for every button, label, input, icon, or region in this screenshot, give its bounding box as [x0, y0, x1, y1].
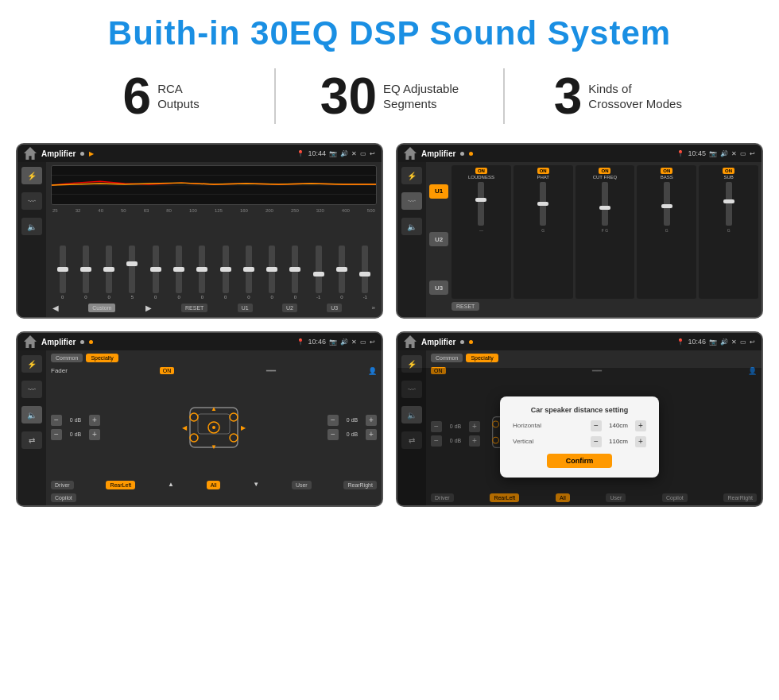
eq-sliders: 0 0 0 5 0 — [51, 216, 377, 300]
screen-fader-dialog: Amplifier 📍 10:46 📷 🔊 ✕ ▭ ↩ ⚡ 〰 — [396, 331, 763, 507]
u2-cross-btn[interactable]: U2 — [429, 232, 448, 246]
tab-specialty-fd[interactable]: Specialty — [466, 354, 498, 362]
eq-content: 253240 506380 100125160 200250320 400500… — [46, 162, 382, 317]
vol-plus-1[interactable]: + — [89, 429, 100, 440]
eq-sidebar-eq[interactable]: ⚡ — [21, 167, 42, 184]
cross-content: U1 U2 U3 ON LOUDNESS — — [426, 162, 762, 317]
car-diagram-area: ▲ ▼ ◀ ▶ — [103, 400, 324, 455]
dialog-horizontal-plus[interactable]: + — [635, 420, 646, 431]
next-btn[interactable]: ▶ — [145, 304, 152, 312]
home-icon-cross[interactable] — [404, 147, 417, 160]
vol-row-3: − 0 dB + — [327, 429, 377, 440]
ch-cutfreq-on[interactable]: ON — [599, 168, 610, 174]
custom-btn[interactable]: Custom — [88, 304, 115, 312]
vol-plus-2[interactable]: + — [366, 415, 377, 426]
u1-cross-btn[interactable]: U1 — [429, 184, 448, 199]
screen-crossover: Amplifier 📍 10:45 📷 🔊 ✕ ▭ ↩ ⚡ 〰 — [396, 143, 763, 319]
btn-all[interactable]: All — [207, 481, 221, 489]
u3-btn[interactable]: U3 — [327, 304, 342, 312]
car-svg: ▲ ▼ ◀ ▶ — [178, 400, 250, 455]
expand-icon[interactable]: » — [372, 304, 375, 311]
svg-point-7 — [230, 413, 238, 421]
stat-crossover: 3 Kinds ofCrossover Modes — [505, 71, 731, 122]
ch-bass-on[interactable]: ON — [661, 168, 672, 174]
eq-status-bar: Amplifier ▶ 📍 10:44 📷 🔊 ✕ ▭ ↩ — [17, 145, 382, 162]
vol-plus-3[interactable]: + — [366, 429, 377, 440]
u1-btn[interactable]: U1 — [238, 304, 253, 312]
fader-sidebar-wave[interactable]: 〰 — [21, 381, 42, 398]
prev-btn[interactable]: ◀ — [52, 304, 59, 312]
vol-minus-2[interactable]: − — [327, 415, 339, 426]
eq-slider-8: 0 — [246, 216, 252, 300]
vol-minus-3[interactable]: − — [327, 429, 339, 440]
reset-btn[interactable]: RESET — [181, 304, 207, 312]
page-title: Buith-in 30EQ DSP Sound System — [16, 14, 763, 52]
stat-rca-text: RCAOutputs — [157, 81, 200, 112]
fader-sidebar-eq[interactable]: ⚡ — [21, 355, 42, 373]
btn-user[interactable]: User — [292, 481, 312, 489]
cross-sidebar-eq[interactable]: ⚡ — [401, 167, 422, 184]
stat-eq-number: 30 — [320, 71, 377, 122]
eq-sidebar-wave[interactable]: 〰 — [21, 192, 42, 210]
fader-sidebar: ⚡ 〰 🔈 ⇄ — [17, 350, 46, 505]
vol-minus-1[interactable]: − — [51, 429, 62, 440]
dialog-horizontal-minus[interactable]: − — [591, 420, 602, 431]
vol-val-0: 0 dB — [64, 417, 87, 423]
btn-rearright[interactable]: RearRight — [343, 481, 377, 489]
home-icon-fader-dialog[interactable] — [404, 335, 417, 348]
ch-phat: ON PHAT G — [514, 165, 573, 299]
vol-val-2: 0 dB — [341, 417, 363, 423]
ch-phat-on[interactable]: ON — [537, 168, 549, 174]
fader-avatar-icon: 👤 — [368, 367, 377, 375]
btn-rearleft[interactable]: RearLeft — [106, 481, 135, 489]
dialog-field-horizontal: Horizontal − 140cm + — [513, 420, 646, 431]
ch-sub: ON SUB G — [699, 165, 758, 299]
btn-copilot[interactable]: Copilot — [51, 493, 76, 502]
ch-sub-on[interactable]: ON — [723, 168, 734, 174]
cross-reset-row: RESET — [452, 300, 758, 314]
home-icon-fader[interactable] — [24, 335, 37, 348]
eq-time: 10:44 — [308, 149, 326, 157]
play-icon: ▶ — [89, 150, 94, 157]
status-dot-cross-1 — [460, 152, 464, 156]
svg-text:▶: ▶ — [241, 424, 246, 431]
u3-cross-btn[interactable]: U3 — [429, 280, 448, 295]
svg-point-6 — [190, 413, 198, 421]
cross-sidebar-wave[interactable]: 〰 — [401, 192, 422, 210]
eq-freq-labels: 253240 506380 100125160 200250320 400500 — [51, 208, 377, 213]
cross-app-title: Amplifier — [421, 149, 455, 158]
status-dot-cross-2 — [469, 152, 473, 156]
vol-minus-0[interactable]: − — [51, 415, 62, 426]
fader-onoff-row: Fader ON ━━ 👤 — [51, 366, 377, 375]
cross-sidebar-vol[interactable]: 🔈 — [401, 218, 422, 235]
cross-reset-btn[interactable]: RESET — [452, 302, 479, 311]
ch-loudness-on[interactable]: ON — [475, 168, 487, 174]
dialog-vertical-minus[interactable]: − — [591, 436, 602, 447]
fader-label: Fader — [51, 367, 68, 374]
home-icon[interactable] — [24, 147, 37, 160]
vol-right: − 0 dB + − 0 dB + — [327, 415, 377, 440]
cross-ch-row: ON LOUDNESS — ON PHAT G — [452, 165, 758, 299]
tab-common-fd[interactable]: Common — [431, 354, 463, 362]
dialog-overlay: Car speaker distance setting Horizontal … — [397, 368, 762, 505]
dialog-vertical-plus[interactable]: + — [635, 436, 646, 447]
tab-specialty[interactable]: Specialty — [86, 354, 118, 362]
fader-bottom-btns: Driver RearLeft ▲ All ▼ User RearRight — [51, 481, 377, 489]
vol-val-3: 0 dB — [341, 431, 363, 437]
eq-app-title: Amplifier — [41, 149, 76, 158]
svg-text:◀: ◀ — [182, 424, 188, 431]
tab-common[interactable]: Common — [51, 354, 83, 362]
fader-sidebar-expand[interactable]: ⇄ — [21, 431, 42, 449]
fader-dialog-tabs: Common Specialty — [431, 354, 757, 362]
btn-driver[interactable]: Driver — [51, 481, 74, 489]
status-dot-fd-1 — [460, 340, 464, 344]
svg-point-11 — [212, 426, 215, 429]
confirm-button[interactable]: Confirm — [547, 454, 613, 468]
eq-slider-6: 0 — [199, 216, 205, 300]
fader-sidebar-vol[interactable]: 🔈 — [21, 406, 42, 423]
u2-btn[interactable]: U2 — [282, 304, 297, 312]
eq-sidebar-vol[interactable]: 🔈 — [21, 218, 42, 235]
eq-slider-2: 0 — [106, 216, 112, 300]
vol-plus-0[interactable]: + — [89, 415, 100, 426]
fader-on-badge[interactable]: ON — [160, 367, 175, 374]
